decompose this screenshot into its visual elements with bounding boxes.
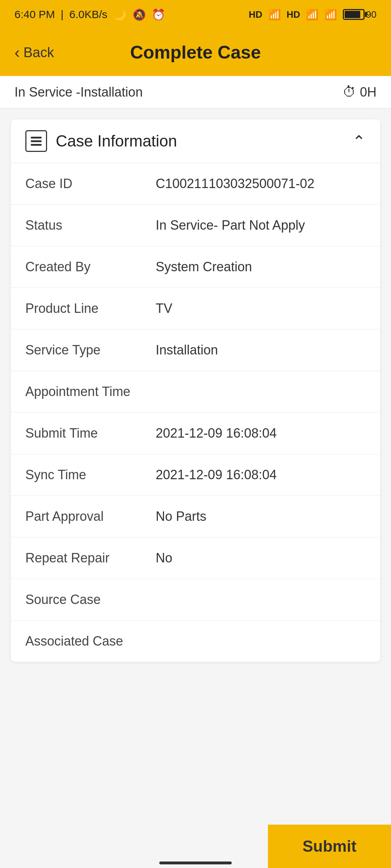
row-label: Source Case <box>25 592 156 607</box>
case-info-card: Case Information ⌃ Case IDC1002111030325… <box>11 119 380 662</box>
card-header-left: Case Information <box>25 130 177 152</box>
row-value: 2021-12-09 16:08:04 <box>156 426 366 441</box>
bell-off-icon: 🔕 <box>133 8 146 21</box>
table-row: Sync Time2021-12-09 16:08:04 <box>11 454 380 496</box>
back-button[interactable]: ‹ Back <box>14 43 54 61</box>
row-label: Part Approval <box>25 509 156 524</box>
row-label: Repeat Repair <box>25 550 156 566</box>
row-label: Appointment Time <box>25 384 156 399</box>
row-label: Submit Time <box>25 426 156 441</box>
speed-display: 6.0KB/s <box>70 8 108 21</box>
row-label: Service Type <box>25 342 156 358</box>
timer-badge: ⏱ 0H <box>342 84 377 100</box>
row-label: Status <box>25 218 156 233</box>
row-label: Associated Case <box>25 634 156 649</box>
table-row: Case IDC100211103032500071-02 <box>11 163 380 205</box>
table-row: Source Case <box>11 579 380 621</box>
row-label: Case ID <box>25 176 156 191</box>
timer-icon: ⏱ <box>342 84 356 100</box>
page-title: Complete Case <box>130 42 261 63</box>
card-header[interactable]: Case Information ⌃ <box>11 119 380 163</box>
table-row: Repeat RepairNo <box>11 537 380 579</box>
table-row: Created BySystem Creation <box>11 246 380 288</box>
bottom-nav-bar <box>159 861 232 864</box>
row-value: TV <box>156 301 366 316</box>
back-label: Back <box>24 45 54 60</box>
card-header-title: Case Information <box>56 132 177 150</box>
table-row: Product LineTV <box>11 288 380 329</box>
status-right: HD 📶 HD 📶 📶 90 <box>249 9 377 21</box>
row-value: No Parts <box>156 509 366 524</box>
chevron-up-icon: ⌃ <box>352 132 366 150</box>
signal-bars2-icon: 📶 <box>306 9 319 21</box>
separator: | <box>61 8 64 21</box>
status-left: 6:40 PM | 6.0KB/s 🌙 🔕 ⏰ <box>14 8 165 21</box>
row-value: Installation <box>156 342 366 358</box>
service-type-label: In Service -Installation <box>14 85 143 100</box>
row-label: Product Line <box>25 301 156 316</box>
row-value: System Creation <box>156 259 366 275</box>
signal-bars-icon: 📶 <box>268 9 281 21</box>
wifi-icon: 📶 <box>324 9 337 21</box>
time-display: 6:40 PM <box>14 8 55 21</box>
hd-signal2-icon: HD <box>287 9 300 20</box>
battery-icon <box>343 9 365 20</box>
table-row: Service TypeInstallation <box>11 329 380 371</box>
submit-button[interactable]: Submit <box>268 825 391 868</box>
row-value: No <box>156 550 366 566</box>
row-label: Sync Time <box>25 467 156 482</box>
battery-percent: 90 <box>366 9 377 20</box>
table-row: StatusIn Service- Part Not Apply <box>11 205 380 246</box>
sub-header: In Service -Installation ⏱ 0H <box>0 76 391 109</box>
moon-icon: 🌙 <box>113 8 127 21</box>
hd-signal-icon: HD <box>249 9 262 20</box>
battery-display: 90 <box>343 9 377 20</box>
alarm-icon: ⏰ <box>152 8 165 21</box>
document-icon <box>25 130 47 152</box>
timer-value: 0H <box>360 85 377 100</box>
battery-fill <box>345 11 360 18</box>
row-value: In Service- Part Not Apply <box>156 218 366 233</box>
table-row: Submit Time2021-12-09 16:08:04 <box>11 413 380 454</box>
back-arrow-icon: ‹ <box>14 43 20 61</box>
row-label: Created By <box>25 259 156 275</box>
table-row: Part ApprovalNo Parts <box>11 496 380 537</box>
status-bar: 6:40 PM | 6.0KB/s 🌙 🔕 ⏰ HD 📶 HD 📶 📶 90 <box>0 0 391 29</box>
row-value: C100211103032500071-02 <box>156 176 366 191</box>
table-row: Associated Case <box>11 621 380 662</box>
header: ‹ Back Complete Case <box>0 29 391 76</box>
table-row: Appointment Time <box>11 371 380 413</box>
case-info-rows: Case IDC100211103032500071-02StatusIn Se… <box>11 163 380 662</box>
row-value: 2021-12-09 16:08:04 <box>156 467 366 482</box>
